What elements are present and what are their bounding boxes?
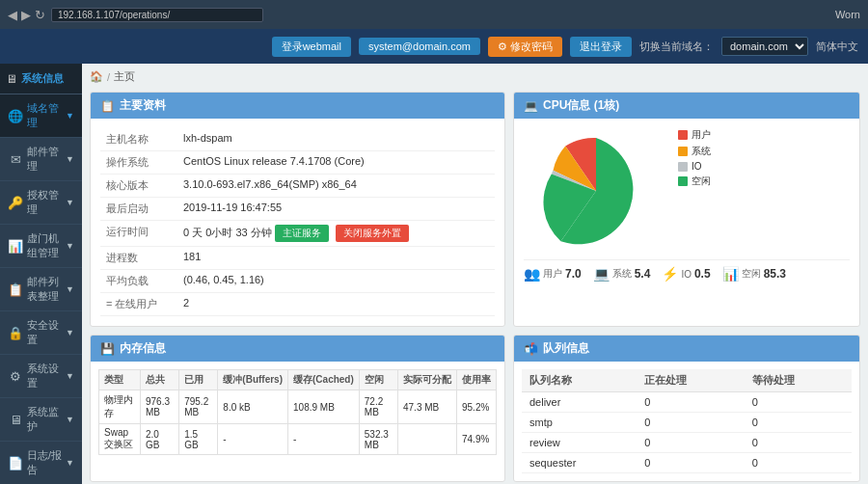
memory-icon: 💾 xyxy=(100,342,115,356)
sidebar-item-vm[interactable]: 📊 虚门机组管理 ▼ xyxy=(0,225,82,268)
queue-col-name: 队列名称 xyxy=(522,369,637,392)
sidebar-item-security[interactable]: 🔒 安全设置 ▼ xyxy=(0,311,82,355)
cpu-panel-body: 用户 系统 IO 空闲 xyxy=(514,119,859,291)
chevron-down-icon-3: ▼ xyxy=(66,198,74,207)
legend-item-system: 系统 xyxy=(678,145,711,158)
table-row: 平均负载 (0.46, 0.45, 1.16) xyxy=(100,270,495,293)
cpu-panel-header: 💻 CPU信息 (1核) xyxy=(514,93,859,119)
table-row: 最后启动 2019-11-19 16:47:55 xyxy=(100,198,495,221)
legend-label-idle: 空闲 xyxy=(692,175,711,188)
legend-item-io: IO xyxy=(678,161,711,172)
row-value: CentOS Linux release 7.4.1708 (Core) xyxy=(177,151,495,175)
log-icon: 📄 xyxy=(8,456,23,471)
queue-proc-0: 0 xyxy=(637,392,744,413)
stat-idle-value: 85.3 xyxy=(764,267,786,281)
main-layout: 🖥 系统信息 🌐 域名管理 ▼ ✉ 邮件管理 ▼ 🔑 授权管理 ▼ 📊 虚门机组… xyxy=(0,64,868,484)
sidebar-label-sysconfig: 系统设置 xyxy=(27,362,62,390)
nav-back-icon[interactable]: ◀ xyxy=(8,8,17,22)
cpu-content: 用户 系统 IO 空闲 xyxy=(524,128,850,254)
mem-avail-1 xyxy=(397,424,456,455)
queue-col-processing: 正在处理 xyxy=(637,369,744,392)
nav-refresh-icon[interactable]: ↻ xyxy=(35,8,45,22)
settings-icon: ⚙ xyxy=(8,369,23,384)
cpu-stats-bar: 👥 用户 7.0 💻 系统 5.4 ⚡ IO 0.5 xyxy=(524,259,850,282)
main-info-panel: 📋 主要资料 主机名称 lxh-dspam 操作系统 CentOS Linux … xyxy=(90,92,505,327)
queue-proc-2: 0 xyxy=(637,433,744,453)
chevron-down-icon-8: ▼ xyxy=(66,415,74,424)
stop-service-button[interactable]: 主证服务 xyxy=(275,225,329,242)
stat-idle-label: 空闲 xyxy=(742,267,761,281)
cpu-pie-chart xyxy=(524,128,668,254)
legend-label-system: 系统 xyxy=(692,145,711,158)
domain-select[interactable]: domain.com xyxy=(721,37,808,56)
row-value: 2 xyxy=(177,293,495,316)
row-label: 操作系统 xyxy=(100,151,177,175)
start-service-button[interactable]: 关闭服务外置 xyxy=(336,225,409,242)
memory-table: 类型 总共 已用 缓冲(Buffers) 缓存(Cached) 空闲 实际可分配… xyxy=(98,369,497,455)
queue-panel-header: 📬 队列信息 xyxy=(514,336,859,362)
cpu-legend: 用户 系统 IO 空闲 xyxy=(678,128,711,191)
sidebar: 🖥 系统信息 🌐 域名管理 ▼ ✉ 邮件管理 ▼ 🔑 授权管理 ▼ 📊 虚门机组… xyxy=(0,64,82,484)
sidebar-item-domain[interactable]: 🌐 域名管理 ▼ xyxy=(0,94,82,138)
stat-system-value: 5.4 xyxy=(635,267,651,281)
logout-button[interactable]: 退出登录 xyxy=(570,37,632,57)
row-value: lxh-dspam xyxy=(177,128,495,151)
io-icon: ⚡ xyxy=(662,266,678,282)
list-icon: 📋 xyxy=(8,282,23,297)
sidebar-item-maillist[interactable]: 📋 邮件列表整理 ▼ xyxy=(0,268,82,311)
sidebar-logo-text: 系统信息 xyxy=(21,71,64,86)
mem-buffers-1: - xyxy=(218,424,288,455)
legend-dot-user xyxy=(678,130,688,140)
mem-used-1: 1.5 GB xyxy=(179,424,218,455)
table-row: 进程数 181 xyxy=(100,247,495,270)
top-panels-row: 📋 主要资料 主机名称 lxh-dspam 操作系统 CentOS Linux … xyxy=(90,92,860,327)
mem-buffers-0: 8.0 kB xyxy=(218,390,288,424)
url-bar[interactable] xyxy=(51,8,263,22)
col-used: 已用 xyxy=(179,370,218,390)
table-row: Swap交换区 2.0 GB 1.5 GB - - 532.3 MB 74.9% xyxy=(99,424,497,455)
queue-table: 队列名称 正在处理 等待处理 deliver 0 0 xyxy=(522,369,852,473)
breadcrumb-separator: / xyxy=(107,71,110,83)
stat-user-value: 7.0 xyxy=(565,267,582,281)
sidebar-item-sysconfig[interactable]: ⚙ 系统设置 ▼ xyxy=(0,355,82,398)
queue-name-0: deliver xyxy=(522,392,637,413)
memory-panel-body: 类型 总共 已用 缓冲(Buffers) 缓存(Cached) 空闲 实际可分配… xyxy=(91,362,504,463)
stat-user-label: 用户 xyxy=(543,267,562,281)
login-webmail-button[interactable]: 登录webmail xyxy=(272,37,351,57)
table-row: 操作系统 CentOS Linux release 7.4.1708 (Core… xyxy=(100,151,495,175)
key-icon: 🔑 xyxy=(8,196,23,210)
sidebar-item-auth[interactable]: 🔑 授权管理 ▼ xyxy=(0,181,82,225)
monitor-icon: 🖥 xyxy=(8,413,23,427)
row-label: 平均负载 xyxy=(100,270,177,293)
row-label: 运行时间 xyxy=(100,221,177,247)
chevron-down-icon-4: ▼ xyxy=(66,241,74,251)
browser-nav[interactable]: ◀ ▶ ↻ xyxy=(8,8,45,22)
sidebar-label-mail: 邮件管理 xyxy=(27,145,62,174)
row-value: 3.10.0-693.el7.x86_64(SMP) x86_64 xyxy=(177,175,495,198)
sidebar-label-maillist: 邮件列表整理 xyxy=(27,275,62,304)
row-value: 181 xyxy=(177,247,495,270)
browser-topbar: ◀ ▶ ↻ Worn xyxy=(0,0,868,29)
row-value: 0 天 0小时 33 分钟 主证服务 关闭服务外置 xyxy=(177,221,495,247)
table-row: 主机名称 lxh-dspam xyxy=(100,128,495,151)
memory-panel-header: 💾 内存信息 xyxy=(91,336,504,362)
queue-wait-1: 0 xyxy=(745,413,852,433)
queue-name-2: review xyxy=(522,433,637,453)
cpu-panel: 💻 CPU信息 (1核) xyxy=(513,92,860,327)
queue-proc-3: 0 xyxy=(637,453,744,473)
sidebar-item-mail[interactable]: ✉ 邮件管理 ▼ xyxy=(0,138,82,181)
lang-selector[interactable]: 简体中文 xyxy=(816,40,858,54)
nav-forward-icon[interactable]: ▶ xyxy=(21,8,31,22)
sidebar-item-monitor[interactable]: 🖥 系统监护 ▼ xyxy=(0,398,82,442)
table-row: smtp 0 0 xyxy=(522,413,852,433)
queue-col-waiting: 等待处理 xyxy=(745,369,852,392)
domain-label: 切换当前域名： xyxy=(639,40,714,54)
breadcrumb: 🏠 / 主页 xyxy=(90,69,860,84)
sidebar-item-log[interactable]: 📄 日志/报告 ▼ xyxy=(0,442,82,484)
legend-dot-idle xyxy=(678,176,688,186)
col-avail: 实际可分配 xyxy=(397,370,456,390)
settings-button[interactable]: ⚙ 修改密码 xyxy=(488,37,562,57)
row-value: (0.46, 0.45, 1.16) xyxy=(177,270,495,293)
mem-free-0: 72.2 MB xyxy=(359,390,397,424)
system-email-button[interactable]: system@domain.com xyxy=(359,38,480,55)
